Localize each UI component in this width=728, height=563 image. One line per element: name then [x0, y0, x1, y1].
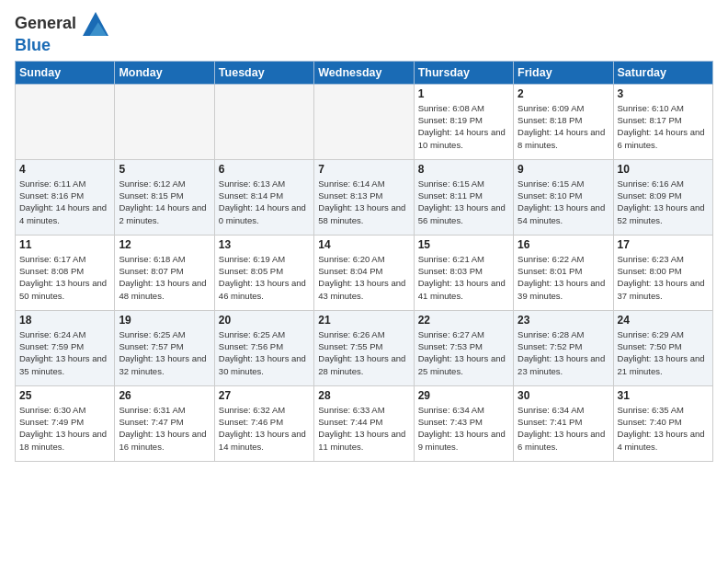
- calendar-cell: 12Sunrise: 6:18 AM Sunset: 8:07 PM Dayli…: [115, 235, 214, 310]
- calendar-table: SundayMondayTuesdayWednesdayThursdayFrid…: [15, 61, 713, 462]
- day-info: Sunrise: 6:08 AM Sunset: 8:19 PM Dayligh…: [418, 102, 509, 151]
- day-number: 31: [618, 389, 709, 402]
- day-number: 21: [318, 314, 409, 327]
- day-info: Sunrise: 6:31 AM Sunset: 7:47 PM Dayligh…: [119, 404, 210, 453]
- calendar-cell: 8Sunrise: 6:15 AM Sunset: 8:11 PM Daylig…: [414, 159, 513, 235]
- weekday-header-row: SundayMondayTuesdayWednesdayThursdayFrid…: [16, 61, 713, 84]
- day-number: 19: [119, 314, 210, 327]
- day-number: 14: [318, 238, 409, 251]
- day-info: Sunrise: 6:25 AM Sunset: 7:57 PM Dayligh…: [119, 328, 210, 377]
- calendar-cell: 1Sunrise: 6:08 AM Sunset: 8:19 PM Daylig…: [414, 84, 513, 159]
- day-number: 18: [19, 314, 110, 327]
- day-number: 7: [318, 163, 409, 176]
- calendar-cell: 19Sunrise: 6:25 AM Sunset: 7:57 PM Dayli…: [115, 310, 214, 385]
- day-info: Sunrise: 6:22 AM Sunset: 8:01 PM Dayligh…: [518, 253, 609, 302]
- day-info: Sunrise: 6:34 AM Sunset: 7:43 PM Dayligh…: [418, 404, 509, 453]
- day-number: 9: [518, 163, 609, 176]
- weekday-header-monday: Monday: [115, 61, 214, 84]
- calendar-cell: 10Sunrise: 6:16 AM Sunset: 8:09 PM Dayli…: [613, 159, 712, 235]
- day-info: Sunrise: 6:15 AM Sunset: 8:10 PM Dayligh…: [518, 178, 609, 226]
- day-number: 30: [518, 389, 609, 402]
- calendar-cell: 6Sunrise: 6:13 AM Sunset: 8:14 PM Daylig…: [214, 159, 313, 235]
- calendar-cell: 27Sunrise: 6:32 AM Sunset: 7:46 PM Dayli…: [214, 385, 313, 461]
- day-number: 5: [119, 163, 210, 176]
- calendar-cell: 18Sunrise: 6:24 AM Sunset: 7:59 PM Dayli…: [16, 310, 115, 385]
- day-number: 10: [618, 163, 709, 176]
- day-info: Sunrise: 6:32 AM Sunset: 7:46 PM Dayligh…: [219, 404, 310, 453]
- calendar-cell: 22Sunrise: 6:27 AM Sunset: 7:53 PM Dayli…: [414, 310, 513, 385]
- day-number: 22: [418, 314, 509, 327]
- weekday-header-saturday: Saturday: [613, 61, 712, 84]
- day-number: 4: [19, 163, 110, 176]
- day-info: Sunrise: 6:09 AM Sunset: 8:18 PM Dayligh…: [518, 102, 609, 151]
- day-number: 6: [219, 163, 310, 176]
- day-info: Sunrise: 6:24 AM Sunset: 7:59 PM Dayligh…: [19, 328, 110, 377]
- day-number: 26: [119, 389, 210, 402]
- day-info: Sunrise: 6:14 AM Sunset: 8:13 PM Dayligh…: [318, 178, 409, 226]
- calendar-cell: 24Sunrise: 6:29 AM Sunset: 7:50 PM Dayli…: [613, 310, 712, 385]
- logo-blue-text: Blue: [15, 36, 51, 54]
- weekday-header-friday: Friday: [514, 61, 613, 84]
- week-row-5: 25Sunrise: 6:30 AM Sunset: 7:49 PM Dayli…: [16, 385, 713, 461]
- day-info: Sunrise: 6:18 AM Sunset: 8:07 PM Dayligh…: [119, 253, 210, 302]
- calendar-cell: 4Sunrise: 6:11 AM Sunset: 8:16 PM Daylig…: [16, 159, 115, 235]
- day-number: 11: [19, 238, 110, 251]
- weekday-header-tuesday: Tuesday: [214, 61, 313, 84]
- calendar-cell: [115, 84, 214, 159]
- day-info: Sunrise: 6:34 AM Sunset: 7:41 PM Dayligh…: [518, 404, 609, 453]
- day-info: Sunrise: 6:35 AM Sunset: 7:40 PM Dayligh…: [618, 404, 709, 453]
- weekday-header-sunday: Sunday: [16, 61, 115, 84]
- day-info: Sunrise: 6:20 AM Sunset: 8:04 PM Dayligh…: [318, 253, 409, 302]
- day-info: Sunrise: 6:25 AM Sunset: 7:56 PM Dayligh…: [219, 328, 310, 377]
- calendar-cell: 16Sunrise: 6:22 AM Sunset: 8:01 PM Dayli…: [514, 235, 613, 310]
- calendar-cell: 28Sunrise: 6:33 AM Sunset: 7:44 PM Dayli…: [314, 385, 414, 461]
- week-row-4: 18Sunrise: 6:24 AM Sunset: 7:59 PM Dayli…: [16, 310, 713, 385]
- day-info: Sunrise: 6:15 AM Sunset: 8:11 PM Dayligh…: [418, 178, 509, 226]
- calendar-cell: 25Sunrise: 6:30 AM Sunset: 7:49 PM Dayli…: [16, 385, 115, 461]
- day-info: Sunrise: 6:26 AM Sunset: 7:55 PM Dayligh…: [318, 328, 409, 377]
- day-number: 15: [418, 238, 509, 251]
- day-info: Sunrise: 6:27 AM Sunset: 7:53 PM Dayligh…: [418, 328, 509, 377]
- day-info: Sunrise: 6:13 AM Sunset: 8:14 PM Dayligh…: [219, 178, 310, 226]
- day-number: 3: [618, 87, 709, 100]
- calendar-cell: 21Sunrise: 6:26 AM Sunset: 7:55 PM Dayli…: [314, 310, 414, 385]
- weekday-header-thursday: Thursday: [414, 61, 513, 84]
- calendar-cell: 2Sunrise: 6:09 AM Sunset: 8:18 PM Daylig…: [514, 84, 613, 159]
- calendar-cell: 17Sunrise: 6:23 AM Sunset: 8:00 PM Dayli…: [613, 235, 712, 310]
- day-info: Sunrise: 6:12 AM Sunset: 8:15 PM Dayligh…: [119, 178, 210, 226]
- calendar-cell: 5Sunrise: 6:12 AM Sunset: 8:15 PM Daylig…: [115, 159, 214, 235]
- calendar-cell: 31Sunrise: 6:35 AM Sunset: 7:40 PM Dayli…: [613, 385, 712, 461]
- calendar-cell: [314, 84, 414, 159]
- header: General Blue: [15, 11, 713, 55]
- day-info: Sunrise: 6:10 AM Sunset: 8:17 PM Dayligh…: [618, 102, 709, 151]
- calendar-cell: 20Sunrise: 6:25 AM Sunset: 7:56 PM Dayli…: [214, 310, 313, 385]
- day-info: Sunrise: 6:23 AM Sunset: 8:00 PM Dayligh…: [618, 253, 709, 302]
- day-number: 8: [418, 163, 509, 176]
- calendar-cell: 14Sunrise: 6:20 AM Sunset: 8:04 PM Dayli…: [314, 235, 414, 310]
- day-number: 27: [219, 389, 310, 402]
- calendar-cell: [214, 84, 313, 159]
- logo: General Blue: [15, 11, 108, 55]
- day-number: 12: [119, 238, 210, 251]
- day-info: Sunrise: 6:16 AM Sunset: 8:09 PM Dayligh…: [618, 178, 709, 226]
- calendar-cell: 3Sunrise: 6:10 AM Sunset: 8:17 PM Daylig…: [613, 84, 712, 159]
- day-number: 16: [518, 238, 609, 251]
- day-number: 28: [318, 389, 409, 402]
- day-number: 25: [19, 389, 110, 402]
- week-row-1: 1Sunrise: 6:08 AM Sunset: 8:19 PM Daylig…: [16, 84, 713, 159]
- day-info: Sunrise: 6:11 AM Sunset: 8:16 PM Dayligh…: [19, 178, 110, 226]
- calendar-cell: 30Sunrise: 6:34 AM Sunset: 7:41 PM Dayli…: [514, 385, 613, 461]
- day-number: 13: [219, 238, 310, 251]
- calendar-cell: 23Sunrise: 6:28 AM Sunset: 7:52 PM Dayli…: [514, 310, 613, 385]
- week-row-3: 11Sunrise: 6:17 AM Sunset: 8:08 PM Dayli…: [16, 235, 713, 310]
- day-number: 20: [219, 314, 310, 327]
- day-number: 23: [518, 314, 609, 327]
- logo-general-text: General: [15, 14, 76, 32]
- day-info: Sunrise: 6:28 AM Sunset: 7:52 PM Dayligh…: [518, 328, 609, 377]
- day-number: 2: [518, 87, 609, 100]
- day-number: 29: [418, 389, 509, 402]
- day-info: Sunrise: 6:21 AM Sunset: 8:03 PM Dayligh…: [418, 253, 509, 302]
- day-number: 24: [618, 314, 709, 327]
- calendar-cell: 11Sunrise: 6:17 AM Sunset: 8:08 PM Dayli…: [16, 235, 115, 310]
- day-info: Sunrise: 6:29 AM Sunset: 7:50 PM Dayligh…: [618, 328, 709, 377]
